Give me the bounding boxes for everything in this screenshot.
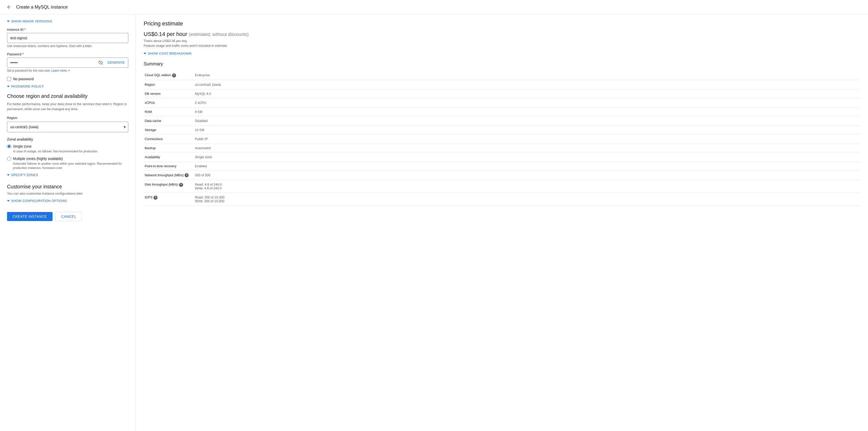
specify-zones-label: SPECIFY ZONES — [11, 173, 38, 177]
password-actions: GENERATE — [97, 59, 126, 66]
summary-title: Summary — [144, 61, 860, 67]
summary-row: Regionus-central1 (Iowa) — [144, 80, 860, 89]
multi-zone-option: Multiple zones (highly available) Automa… — [7, 157, 128, 170]
summary-row: Point-in-time recoveryEnabled — [144, 162, 860, 171]
summary-row-value: Enabled — [194, 162, 860, 171]
summary-row-label: Network throughput (MB/s)? — [144, 171, 194, 180]
summary-row-label: Cloud SQL edition? — [144, 71, 194, 80]
multi-zone-desc: Automatic failover to another zone withi… — [13, 162, 128, 170]
summary-row: IOPS?Read: 300 of 15,000 Write: 300 of 1… — [144, 193, 860, 206]
price-per-hour: US$0.14 per hour — [144, 31, 187, 37]
summary-row-value: 500 of 500 — [194, 171, 860, 180]
summary-row-value: Read: 4.8 of 240.0 Write: 4.8 of 240.0 — [194, 180, 860, 193]
action-buttons: CREATE INSTANCE CANCEL — [7, 210, 128, 221]
learn-more-link[interactable]: Learn more — [52, 69, 67, 73]
summary-row-label: IOPS? — [144, 193, 194, 206]
summary-row-value: 8 GB — [194, 107, 860, 116]
summary-row: AvailabilitySingle zone — [144, 152, 860, 162]
no-password-checkbox[interactable] — [7, 77, 11, 81]
chevron-down-icon — [144, 53, 146, 54]
summary-row-value: Public IP — [194, 134, 860, 143]
instance-id-group: Instance ID * Use lowercase letters, num… — [7, 28, 128, 48]
price-per-day: That's about US$3.38 per day. — [144, 39, 860, 43]
summary-row: RAM8 GB — [144, 107, 860, 116]
no-password-label[interactable]: No password — [13, 77, 34, 81]
summary-row-value: 10 GB — [194, 125, 860, 134]
summary-row: Disk throughput (MB/s)?Read: 4.8 of 240.… — [144, 180, 860, 193]
summary-row-label: Availability — [144, 152, 194, 162]
chevron-down-icon — [7, 174, 9, 176]
summary-row: Data cacheDisabled — [144, 116, 860, 125]
single-zone-option: Single zone In case of outage, no failov… — [7, 144, 128, 154]
password-hint: Set a password for the root user. Learn … — [7, 69, 128, 73]
multi-zone-label[interactable]: Multiple zones (highly available) — [13, 157, 63, 161]
password-group: Password * GENERATE Set a password for t… — [7, 52, 128, 73]
summary-row-label: Point-in-time recovery — [144, 162, 194, 171]
summary-table: Cloud SQL edition?EnterpriseRegionus-cen… — [144, 71, 860, 206]
help-icon[interactable]: ? — [185, 173, 189, 177]
summary-row: DB versionMySQL 8.0 — [144, 89, 860, 98]
summary-row-label: RAM — [144, 107, 194, 116]
summary-row-label: Disk throughput (MB/s)? — [144, 180, 194, 193]
summary-row-value: us-central1 (Iowa) — [194, 80, 860, 89]
pricing-title: Pricing estimate — [144, 20, 860, 27]
customise-title: Customise your instance — [7, 184, 128, 190]
generate-password-button[interactable]: GENERATE — [106, 60, 126, 65]
summary-row-value: Single zone — [194, 152, 860, 162]
summary-row-label: Backup — [144, 143, 194, 152]
show-cost-breakdown-link[interactable]: SHOW COST BREAKDOWN — [144, 52, 860, 55]
left-panel: SHOW MINOR VERSIONS Instance ID * Use lo… — [0, 15, 135, 431]
summary-row-value: Disabled — [194, 116, 860, 125]
single-zone-desc: In case of outage, no failover. Not reco… — [13, 149, 128, 154]
single-zone-radio[interactable] — [7, 144, 11, 148]
header: Create a MySQL instance — [0, 0, 868, 15]
right-panel: Pricing estimate US$0.14 per hour (estim… — [135, 15, 868, 431]
summary-row: ConnectionsPublic IP — [144, 134, 860, 143]
chevron-down-icon — [7, 21, 9, 22]
page-title: Create a MySQL instance — [16, 4, 68, 10]
multi-zone-radio[interactable] — [7, 157, 11, 161]
back-button[interactable] — [5, 3, 13, 11]
help-icon[interactable]: ? — [172, 74, 176, 78]
summary-row-label: vCPUs — [144, 98, 194, 107]
summary-row-value: Enterprise — [194, 71, 860, 80]
summary-row-value: MySQL 8.0 — [194, 89, 860, 98]
help-icon[interactable]: ? — [179, 183, 183, 187]
summary-row-label: DB version — [144, 89, 194, 98]
summary-row-label: Connections — [144, 134, 194, 143]
single-zone-label[interactable]: Single zone — [13, 144, 31, 148]
summary-row: BackupAutomated — [144, 143, 860, 152]
cancel-button[interactable]: CANCEL — [56, 212, 82, 221]
summary-row: vCPUs2 vCPU — [144, 98, 860, 107]
show-config-label: SHOW CONFIGURATION OPTIONS — [11, 199, 67, 203]
instance-id-hint: Use lowercase letters, numbers and hyphe… — [7, 44, 128, 48]
instance-id-label: Instance ID * — [7, 28, 128, 31]
summary-row-label: Region — [144, 80, 194, 89]
summary-row-value: 2 vCPU — [194, 98, 860, 107]
toggle-password-button[interactable] — [97, 59, 104, 66]
region-select-wrapper: us-central1 (Iowa) us-east1 (South Carol… — [7, 122, 128, 132]
region-label: Region — [7, 116, 128, 120]
region-zone-desc: For better performance, keep your data c… — [7, 102, 128, 111]
region-select[interactable]: us-central1 (Iowa) us-east1 (South Carol… — [7, 122, 128, 132]
password-label: Password * — [7, 52, 128, 56]
help-icon[interactable]: ? — [153, 196, 157, 200]
specify-zones-link[interactable]: SPECIFY ZONES — [7, 173, 128, 177]
summary-row: Storage10 GB — [144, 125, 860, 134]
summary-row-value: Read: 300 of 15,000 Write: 300 of 15,000 — [194, 193, 860, 206]
no-password-row: No password — [7, 77, 128, 81]
show-config-link[interactable]: SHOW CONFIGURATION OPTIONS — [7, 199, 128, 203]
summary-row-value: Automated — [194, 143, 860, 152]
main-layout: SHOW MINOR VERSIONS Instance ID * Use lo… — [0, 15, 868, 431]
password-policy-link[interactable]: PASSWORD POLICY — [7, 85, 128, 88]
instance-id-input[interactable] — [7, 33, 128, 43]
summary-row-label: Data cache — [144, 116, 194, 125]
price-note: Feature usage and traffic costs aren't i… — [144, 44, 860, 48]
summary-row: Network throughput (MB/s)?500 of 500 — [144, 171, 860, 180]
show-minor-versions-label: SHOW MINOR VERSIONS — [11, 19, 52, 23]
chevron-down-icon — [7, 200, 9, 202]
create-instance-button[interactable]: CREATE INSTANCE — [7, 212, 53, 221]
region-zone-title: Choose region and zonal availability — [7, 93, 128, 99]
show-minor-versions-link[interactable]: SHOW MINOR VERSIONS — [7, 19, 128, 23]
single-zone-row: Single zone — [7, 144, 128, 148]
